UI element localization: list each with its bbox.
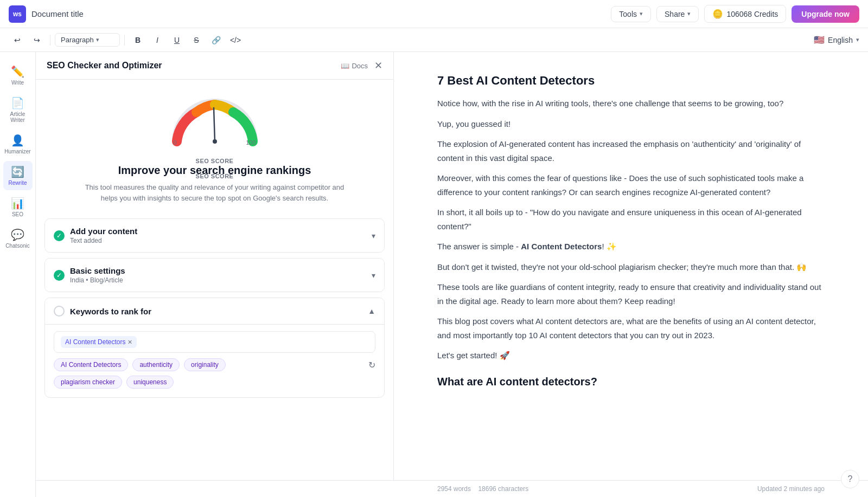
sidebar-item-humanizer[interactable]: 👤 Humanizer	[3, 130, 33, 159]
gauge-container: 0 100 SEO SCORE	[171, 93, 258, 147]
keywords-body: AI Content Detectors ✕ AI Content Detect…	[45, 324, 384, 397]
top-header: ws Document title Tools ▾ Share ▾ 🪙 1060…	[0, 0, 868, 28]
keyword-tag-label: AI Content Detectors	[65, 338, 125, 346]
suggestion-originality[interactable]: originality	[184, 358, 226, 371]
basic-settings-title: Basic settings	[70, 266, 125, 275]
accordion-add-content: ✓ Add your content Text added ▾	[44, 218, 385, 253]
code-button[interactable]: </>	[227, 31, 244, 49]
seo-icon: 📊	[11, 197, 24, 210]
accordion-container: ✓ Add your content Text added ▾ ✓ B	[36, 212, 393, 410]
accordion-keywords-header[interactable]: Keywords to rank for ▲	[45, 298, 384, 324]
language-selector[interactable]: 🇺🇸 English ▾	[814, 35, 859, 45]
suggestion-tags-row2: plagiarism checker uniqueness	[54, 376, 375, 389]
panel-header-right: 📖 Docs ✕	[341, 60, 382, 72]
strikethrough-button[interactable]: S	[188, 31, 205, 49]
content-para-8: These tools are like guardians of conten…	[437, 280, 825, 308]
left-sidebar: ✏️ Write 📄 Article Writer 👤 Humanizer 🔄 …	[0, 52, 36, 497]
content-h1: 7 Best AI Content Detectors	[437, 74, 825, 88]
accordion-settings-left: ✓ Basic settings India • Blog/Article	[54, 266, 125, 284]
suggestion-ai-detectors[interactable]: AI Content Detectors	[54, 358, 128, 371]
content-area: 7 Best AI Content Detectors Notice how, …	[394, 52, 868, 497]
panel-header: SEO Checker and Optimizer 📖 Docs ✕	[36, 52, 393, 80]
redo-button[interactable]: ↪	[28, 31, 46, 49]
add-content-chevron-icon: ▾	[372, 231, 375, 240]
chatsonic-icon: 💬	[11, 228, 24, 241]
sidebar-item-seo[interactable]: 📊 SEO	[3, 192, 33, 222]
content-para-5: In short, it all boils up to - "How do y…	[437, 205, 825, 233]
suggestion-plagiarism[interactable]: plagiarism checker	[54, 376, 122, 389]
paragraph-select[interactable]: Paragraph ▾	[55, 33, 120, 47]
refresh-button[interactable]: ↻	[368, 360, 375, 370]
sidebar-item-article-writer[interactable]: 📄 Article Writer	[3, 92, 33, 127]
share-chevron-icon: ▾	[687, 10, 691, 17]
article-icon: 📄	[11, 96, 24, 109]
check-icon-basic-settings: ✓	[54, 270, 65, 281]
accordion-add-content-header[interactable]: ✓ Add your content Text added ▾	[45, 219, 384, 252]
gauge-labels: 0 100	[171, 139, 258, 146]
content-para-7: But don't get it twisted, they're not yo…	[437, 260, 825, 274]
italic-button[interactable]: I	[149, 31, 166, 49]
panel-title: SEO Checker and Optimizer	[47, 61, 162, 70]
suggestion-authenticity[interactable]: authenticity	[132, 358, 180, 371]
sidebar-item-chatsonic[interactable]: 💬 Chatsonic	[3, 224, 33, 253]
accordion-header-left: ✓ Add your content Text added	[54, 227, 137, 244]
coin-icon: 🪙	[712, 9, 723, 19]
add-content-title: Add your content	[70, 227, 137, 236]
content-para-1: Notice how, with the rise in AI writing …	[437, 96, 825, 111]
sidebar-item-rewrite[interactable]: 🔄 Rewrite	[3, 161, 33, 190]
content-para-3: The explosion of AI-generated content ha…	[437, 137, 825, 165]
upgrade-button[interactable]: Upgrade now	[792, 5, 859, 23]
accordion-basic-settings-header[interactable]: ✓ Basic settings India • Blog/Article ▾	[45, 259, 384, 292]
share-button[interactable]: Share ▾	[656, 6, 699, 22]
tools-button[interactable]: Tools ▾	[611, 6, 651, 22]
suggestion-uniqueness[interactable]: uniqueness	[126, 376, 174, 389]
toolbar-divider-2	[124, 35, 125, 46]
keywords-title: Keywords to rank for	[70, 307, 151, 316]
add-content-subtitle: Text added	[70, 237, 137, 244]
content-para-2: Yup, you guessed it!	[437, 117, 825, 131]
seo-score-text: SEO SCORE	[196, 158, 234, 164]
sidebar-article-label: Article Writer	[5, 111, 30, 123]
close-button[interactable]: ✕	[374, 60, 382, 72]
header-left: ws Document title	[9, 5, 84, 23]
help-button[interactable]: ?	[841, 470, 859, 488]
accordion-basic-settings-info: Basic settings India • Blog/Article	[70, 266, 125, 284]
content-para-10: Let's get started! 🚀	[437, 348, 825, 363]
panel-subtitle: This tool measures the quality and relev…	[85, 182, 345, 203]
write-icon: ✏️	[11, 65, 24, 78]
accordion-basic-settings: ✓ Basic settings India • Blog/Article ▾	[44, 258, 385, 292]
check-empty-keywords	[54, 306, 65, 317]
sidebar-item-write[interactable]: ✏️ Write	[3, 61, 33, 90]
link-button[interactable]: 🔗	[207, 31, 225, 49]
sidebar-chatsonic-label: Chatsonic	[5, 243, 29, 249]
gauge-section: 0 100 SEO SCORE SEO SCORE Improve your s…	[36, 80, 393, 212]
undo-button[interactable]: ↩	[9, 31, 26, 49]
lang-chevron-icon: ▾	[856, 36, 859, 43]
seo-score-label: SEO SCORE	[171, 173, 258, 179]
toolbar-divider-1	[50, 35, 50, 46]
tools-chevron-icon: ▾	[640, 10, 643, 17]
sidebar-humanizer-label: Humanizer	[4, 149, 30, 154]
main-layout: ✏️ Write 📄 Article Writer 👤 Humanizer 🔄 …	[0, 52, 868, 497]
seo-panel: SEO Checker and Optimizer 📖 Docs ✕	[36, 52, 394, 497]
humanizer-icon: 👤	[11, 134, 24, 147]
basic-settings-chevron-icon: ▾	[372, 271, 375, 280]
bold-button[interactable]: B	[129, 31, 146, 49]
tag-remove-button[interactable]: ✕	[127, 339, 132, 346]
keywords-chevron-icon: ▲	[368, 307, 375, 315]
basic-settings-subtitle: India • Blog/Article	[70, 276, 125, 284]
sidebar-write-label: Write	[11, 80, 24, 86]
flag-icon: 🇺🇸	[814, 35, 825, 45]
rewrite-icon: 🔄	[11, 165, 24, 178]
underline-button[interactable]: U	[168, 31, 186, 49]
docs-link[interactable]: 📖 Docs	[341, 62, 368, 70]
credits-button[interactable]: 🪙 106068 Credits	[704, 5, 786, 23]
accordion-keywords-left: Keywords to rank for	[54, 306, 151, 317]
char-count: 18696 characters	[478, 485, 528, 493]
accordion-keywords: Keywords to rank for ▲ AI Content Detect…	[44, 298, 385, 398]
gauge-svg	[171, 93, 258, 147]
check-icon-add-content: ✓	[54, 230, 65, 241]
content-para-4: Moreover, with this comes the fear of qu…	[437, 171, 825, 199]
keyword-tags-input[interactable]: AI Content Detectors ✕	[54, 331, 375, 353]
toolbar: ↩ ↪ Paragraph ▾ B I U S 🔗 </> 🇺🇸 English…	[0, 28, 868, 52]
